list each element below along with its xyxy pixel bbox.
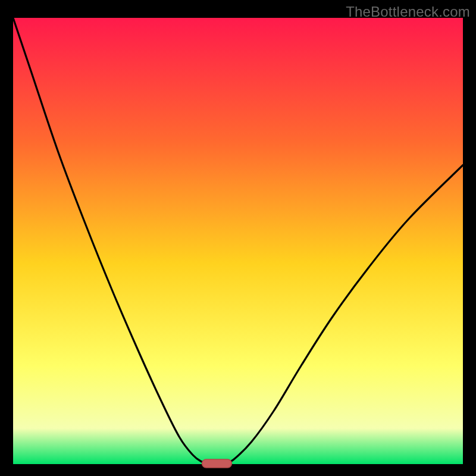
chart-frame: TheBottleneck.com — [0, 0, 476, 476]
chart-svg — [0, 0, 476, 476]
optimal-marker — [202, 459, 232, 468]
watermark-text: TheBottleneck.com — [346, 4, 470, 20]
plot-background — [13, 18, 463, 464]
